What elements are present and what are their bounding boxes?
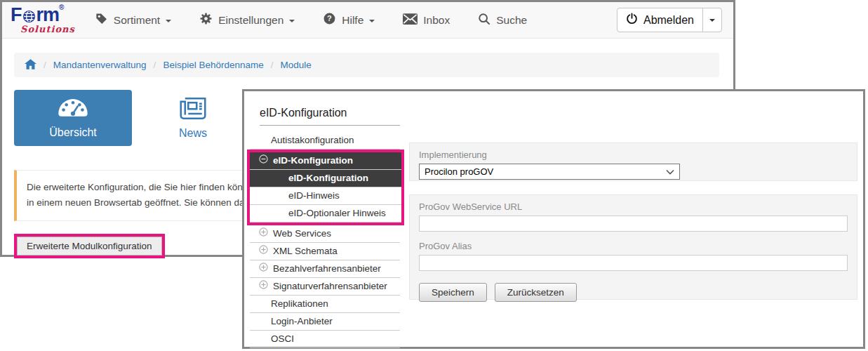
breadcrumb-separator: / [271,60,274,70]
tree-item-bezahlverfahrensanbieter[interactable]: Bezahlverfahrensanbieter [250,260,400,278]
zuruecksetzen-button[interactable]: Zurücksetzen [495,283,577,302]
tree-item-xml-schemata[interactable]: XML Schemata [250,243,400,260]
plus-circle-icon[interactable] [259,225,268,242]
logout-split-button: Abmelden [617,8,722,32]
power-icon [626,13,638,27]
implementierung-selected-value: Procilon proGOV [425,166,493,177]
logo-subtitle: Solutions [20,24,75,34]
tree-item-web-services[interactable]: Web Services [250,225,400,243]
screen: F rm [0,0,868,351]
tile-label: Übersicht [49,126,97,139]
breadcrumb-separator: / [44,60,46,70]
nav-item-sortiment[interactable]: Sortiment [95,12,171,28]
breadcrumb-mandantenverwaltung[interactable]: Mandantenverwaltung [53,60,147,70]
caret-down-icon [709,19,715,22]
plus-circle-icon[interactable] [259,260,268,277]
svg-text:?: ? [327,14,332,22]
nav-item-einstellungen[interactable]: Einstellungen [199,12,295,28]
eid-tree-highlight: eID-Konfiguration eID-Konfiguration eID-… [247,150,404,225]
tree-item-label: Signaturverfahrensanbieter [273,278,387,295]
tree-item-label: Bezahlverfahrensanbieter [273,260,381,277]
eid-form: Implementierung Procilon proGOV ProGov W… [409,143,857,300]
form-actions: Speichern Zurücksetzen [419,283,848,302]
tree-item-label: Login-Anbieter [271,313,333,330]
implementierung-panel: Implementierung Procilon proGOV [409,143,857,181]
nav-menu: Sortiment Einstellungen ? Hilfe [95,12,527,28]
logout-button[interactable]: Abmelden [617,8,702,32]
nav-item-inbox[interactable]: Inbox [403,13,450,27]
tree-item-replikationen[interactable]: Replikationen [250,296,400,313]
breadcrumb-separator: / [154,60,156,70]
tree-item-eid-konfiguration-parent[interactable]: eID-Konfiguration [250,152,401,170]
dashboard-icon [57,98,89,122]
logo-text-f: F [11,6,22,25]
module-button-highlight: Erweiterte Modulkonfiguration [14,234,165,258]
tree-item-eid-optionaler-hinweis[interactable]: eID-Optionaler Hinweis [250,205,401,223]
caret-down-icon [166,20,171,22]
logout-label: Abmelden [643,14,694,27]
tile-news[interactable]: News [159,90,227,146]
tile-label: News [179,127,207,140]
caret-down-icon [369,20,375,22]
nav-label: Suche [496,14,527,27]
breadcrumb-module[interactable]: Module [281,60,312,70]
home-icon[interactable] [25,59,36,72]
nav-item-hilfe[interactable]: ? Hilfe [323,12,375,28]
tile-uebersicht[interactable]: Übersicht [14,90,132,146]
progov-webservice-url-label: ProGov WebService URL [419,201,848,212]
module-tree: Autistakonfiguration eID-Konfiguration e… [250,132,400,348]
logo-text-rm: rm [36,6,60,25]
speichern-button[interactable]: Speichern [419,283,487,302]
tree-item-label: OSCI [271,331,294,347]
progov-alias-label: ProGov Alias [419,241,848,251]
tree-item-label: eID-Konfiguration [288,170,368,187]
nav-label: Sortiment [114,14,160,27]
nav-label: Hilfe [342,14,363,27]
envelope-icon [403,13,418,27]
tree-item-eid-hinweis[interactable]: eID-Hinweis [250,187,401,205]
logo[interactable]: F rm [11,6,75,34]
search-icon [478,13,490,28]
caret-down-icon [289,20,295,22]
plus-circle-icon[interactable] [259,243,268,260]
tree-item-osci[interactable]: OSCI [250,331,400,348]
nav-label: Einstellungen [218,14,283,27]
breadcrumb: / Mandantenverwaltung / Beispiel Behörde… [14,53,719,77]
progov-webservice-url-input[interactable] [419,216,848,232]
progov-panel: ProGov WebService URL ProGov Alias Speic… [409,194,857,300]
newspaper-icon [179,97,207,123]
logo-registered-mark: ® [59,4,63,11]
nav-label: Inbox [423,14,450,27]
nav-item-suche[interactable]: Suche [478,13,527,28]
tree-item-label: eID-Konfiguration [273,152,353,169]
tree-item-label: XML Schemata [273,243,338,260]
implementierung-label: Implementierung [419,150,848,160]
tree-item-label: Replikationen [271,296,328,312]
tag-icon [95,12,108,28]
chevron-down-icon [666,166,674,177]
progov-alias-input[interactable] [419,255,848,271]
tree-item-autistakonfiguration[interactable]: Autistakonfiguration [250,132,400,150]
tree-item-label: Autistakonfiguration [271,132,354,149]
tree-item-eid-konfiguration-child[interactable]: eID-Konfiguration [250,170,401,187]
tree-item-label: eID-Optionaler Hinweis [288,205,386,222]
tree-item-login-anbieter[interactable]: Login-Anbieter [250,313,400,331]
minus-circle-icon[interactable] [259,152,268,169]
top-navbar: F rm [2,2,733,39]
dialog-title: eID-Konfiguration [260,107,400,126]
plus-circle-icon[interactable] [259,278,268,295]
breadcrumb-behoerdenname[interactable]: Beispiel Behördenname [163,60,263,70]
tree-item-label: eID-Hinweis [288,187,340,204]
erweiterte-modulkonfiguration-button[interactable]: Erweiterte Modulkonfiguration [17,237,162,256]
question-circle-icon: ? [323,12,336,28]
eid-config-dialog: eID-Konfiguration Autistakonfiguration e… [242,89,865,349]
tree-item-signaturverfahrensanbieter[interactable]: Signaturverfahrensanbieter [250,278,400,296]
logout-caret-button[interactable] [702,8,721,32]
implementierung-select[interactable]: Procilon proGOV [419,164,680,180]
gear-icon [199,12,213,28]
tree-item-label: Web Services [273,225,331,242]
